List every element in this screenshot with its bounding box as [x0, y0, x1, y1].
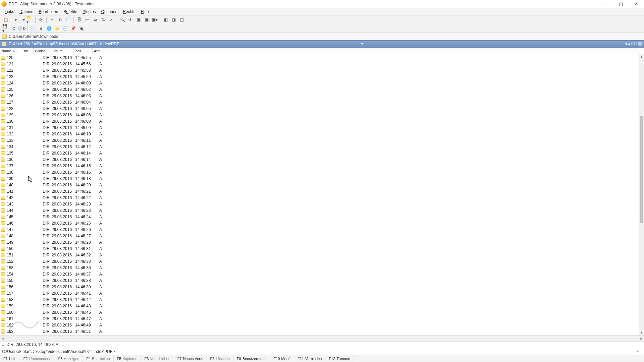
- compare-icon[interactable]: ⇄: [92, 16, 99, 23]
- table-row[interactable]: 154DIR29.08.201614:46:37A: [0, 271, 639, 277]
- menu-befehle[interactable]: Befehle: [61, 9, 80, 15]
- table-row[interactable]: 155DIR29.08.201614:46:38A: [0, 277, 639, 284]
- table-row[interactable]: 135DIR29.08.201614:46:14A: [0, 150, 639, 156]
- table-row[interactable]: 145DIR29.08.201614:46:24A: [0, 214, 639, 220]
- table-row[interactable]: 125DIR29.08.201614:46:02A: [0, 86, 639, 93]
- panel-left-icon[interactable]: ◧: [162, 16, 169, 23]
- scroll-left-icon[interactable]: ◀: [0, 337, 5, 340]
- table-row[interactable]: 124DIR29.08.201614:46:00A: [0, 80, 639, 86]
- copy-icon[interactable]: ⧉: [56, 16, 64, 23]
- titlebar[interactable]: PDF - Altap Salamander 3.06 (x86) - Test…: [0, 0, 644, 8]
- table-row[interactable]: 122DIR29.08.201614:45:58A: [0, 67, 639, 73]
- table-row[interactable]: 130DIR29.08.201614:46:08A: [0, 118, 639, 124]
- plugins-icon[interactable]: 🔌: [77, 25, 85, 32]
- drive-c-button[interactable]: C: [10, 25, 17, 32]
- paste-icon[interactable]: 📄: [64, 16, 72, 23]
- favorites-icon[interactable]: ⭐: [53, 25, 61, 32]
- active-panel-path[interactable]: C:\Users\Stefan\Desktop\Videoschnitt\Acr…: [0, 40, 644, 48]
- scroll-up-icon[interactable]: ▲: [639, 54, 644, 60]
- column-size[interactable]: Größe: [34, 48, 50, 54]
- sync-icon[interactable]: ⇅: [100, 16, 107, 23]
- menu-optionen[interactable]: Optionen: [99, 9, 120, 15]
- table-row[interactable]: 136DIR29.08.201614:46:14A: [0, 156, 639, 163]
- unpack-icon[interactable]: 🗃: [84, 16, 91, 23]
- up-icon[interactable]: 📁▾: [26, 16, 34, 23]
- drive-select-icon[interactable]: 💾▾: [2, 25, 9, 32]
- table-row[interactable]: 128DIR29.08.201614:46:05A: [0, 105, 639, 112]
- table-row[interactable]: 129DIR29.08.201614:46:06A: [0, 112, 639, 118]
- column-time[interactable]: Zeit: [74, 48, 93, 54]
- table-row[interactable]: 152DIR29.08.201614:46:33A: [0, 258, 639, 264]
- table-row[interactable]: 163DIR29.08.201614:46:51A: [0, 328, 639, 335]
- table-row[interactable]: 120DIR29.08.201614:45:55A: [0, 54, 639, 61]
- table-row[interactable]: 146DIR29.08.201614:46:25A: [0, 220, 639, 226]
- table-row[interactable]: 134DIR29.08.201614:46:12A: [0, 143, 639, 150]
- table-row[interactable]: 162DIR29.08.201614:46:49A: [0, 322, 639, 328]
- scroll-right-icon[interactable]: ▶: [639, 337, 644, 340]
- hotpath-icon[interactable]: 📌: [69, 25, 77, 32]
- command-history-icon[interactable]: ▼: [636, 350, 642, 353]
- column-ext[interactable]: Erw: [20, 48, 34, 54]
- table-row[interactable]: 148DIR29.08.201614:46:27A: [0, 233, 639, 239]
- desktop-icon[interactable]: 🖥: [37, 25, 45, 32]
- table-row[interactable]: 126DIR29.08.201614:46:03A: [0, 93, 639, 99]
- table-row[interactable]: 150DIR29.08.201614:46:31A: [0, 245, 639, 252]
- dropdown-icon[interactable]: ▣▾: [151, 16, 158, 23]
- column-attr[interactable]: Attr: [93, 48, 106, 54]
- inactive-panel-path[interactable]: C:\Users\Stefan\Downloads: [0, 33, 644, 40]
- pack-icon[interactable]: 🗄: [75, 16, 83, 23]
- table-row[interactable]: 156DIR29.08.201614:46:39A: [0, 284, 639, 290]
- table-row[interactable]: 147DIR29.08.201614:46:26A: [0, 226, 639, 233]
- table-row[interactable]: 132DIR29.08.201614:46:10A: [0, 131, 639, 137]
- documents-icon[interactable]: 📄: [29, 25, 37, 32]
- table-row[interactable]: 142DIR29.08.201614:46:22A: [0, 194, 639, 201]
- scroll-down-icon[interactable]: ▼: [639, 330, 644, 335]
- table-row[interactable]: 140DIR29.08.201614:46:20A: [0, 182, 639, 188]
- history-icon[interactable]: 🕘: [61, 25, 69, 32]
- find-icon[interactable]: 🔍: [119, 16, 126, 23]
- table-row[interactable]: 144DIR29.08.201614:46:23A: [0, 207, 639, 214]
- refresh-icon[interactable]: ⟳: [37, 16, 45, 23]
- table-row[interactable]: 161DIR29.08.201614:46:47A: [0, 315, 639, 322]
- fkey-f10[interactable]: F10Menü: [270, 355, 294, 362]
- menu-dateien[interactable]: Dateien: [17, 9, 36, 15]
- select-icon[interactable]: ✓: [108, 16, 115, 23]
- panel-right-icon[interactable]: ◨: [170, 16, 177, 23]
- table-row[interactable]: 133DIR29.08.201614:46:11A: [0, 137, 639, 143]
- menu-plugins[interactable]: Plugins: [80, 9, 98, 15]
- fkey-f12[interactable]: F12Trennen: [325, 355, 354, 362]
- network-icon[interactable]: 🌐: [45, 25, 53, 32]
- scroll-thumb[interactable]: [640, 116, 643, 223]
- table-row[interactable]: 121DIR29.08.201614:45:56A: [0, 61, 639, 67]
- maximize-button[interactable]: ▢: [613, 0, 629, 8]
- vertical-scrollbar[interactable]: ▲ ▼: [639, 54, 644, 335]
- fkey-f1[interactable]: F1Hilfe: [0, 355, 20, 362]
- table-row[interactable]: 139DIR29.08.201614:46:18A: [0, 175, 639, 182]
- terminal-icon[interactable]: ▣: [135, 16, 142, 23]
- table-row[interactable]: 123DIR29.08.201614:45:59A: [0, 73, 639, 80]
- fkey-f7[interactable]: F7Neues Verz.: [174, 355, 207, 362]
- command-line[interactable]: C:\Users\Stefan\Desktop\Videoschnitt\Acr…: [0, 348, 644, 355]
- menu-links[interactable]: Links: [2, 9, 17, 15]
- minimize-button[interactable]: —: [598, 0, 613, 8]
- table-row[interactable]: 149DIR29.08.201614:46:28A: [0, 239, 639, 245]
- menu-hilfe[interactable]: Hilfe: [138, 9, 152, 15]
- close-button[interactable]: ✕: [629, 0, 644, 8]
- drive-d-button[interactable]: 💿D: [18, 25, 25, 32]
- column-name[interactable]: Name▲: [0, 48, 20, 54]
- table-row[interactable]: 160DIR29.08.201614:46:46A: [0, 309, 639, 315]
- table-row[interactable]: 131DIR29.08.201614:46:09A: [0, 124, 639, 131]
- table-row[interactable]: 157DIR29.08.201614:46:41A: [0, 290, 639, 296]
- table-row[interactable]: 127DIR29.08.201614:46:04A: [0, 99, 639, 105]
- back-icon[interactable]: ←▾: [10, 16, 17, 23]
- table-row[interactable]: 141DIR29.08.201614:46:21A: [0, 188, 639, 194]
- table-row[interactable]: 138DIR29.08.201614:46:16A: [0, 169, 639, 175]
- fkey-f9[interactable]: F9Benutzermenü: [233, 355, 270, 362]
- forward-icon[interactable]: →▾: [18, 16, 25, 23]
- table-row[interactable]: 158DIR29.08.201614:46:42A: [0, 296, 639, 303]
- panel-both-icon[interactable]: ◫: [178, 16, 185, 23]
- viewer-icon[interactable]: 👁: [127, 16, 134, 23]
- file-list[interactable]: 120DIR29.08.201614:45:55A121DIR29.08.201…: [0, 54, 644, 335]
- clipboard-icon[interactable]: 📋: [2, 16, 9, 23]
- menu-rechts[interactable]: Rechts: [120, 9, 138, 15]
